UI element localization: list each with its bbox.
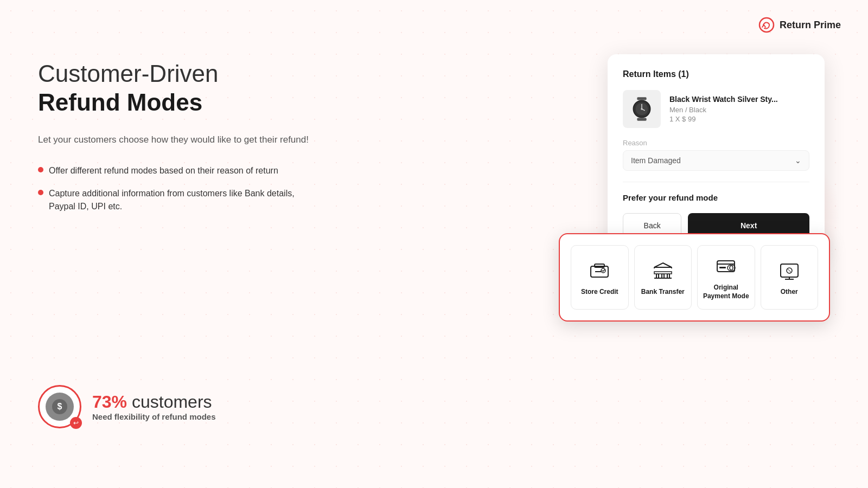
reason-label: Reason	[623, 139, 809, 147]
store-credit-label: Store Credit	[581, 288, 618, 297]
svg-point-0	[760, 18, 774, 32]
stats-sublabel: Need flexibility of refund modes	[92, 412, 216, 421]
svg-rect-15	[656, 274, 659, 278]
reason-value: Item Damaged	[631, 156, 681, 165]
reason-section: Reason Item Damaged ⌄	[623, 139, 809, 171]
svg-rect-4	[637, 118, 646, 120]
stats-customers-label: customers	[127, 392, 212, 412]
logo-icon	[758, 16, 775, 34]
svg-rect-16	[662, 274, 664, 278]
product-variant: Men / Black	[669, 106, 778, 114]
logo-text: Return Prime	[780, 20, 841, 31]
bullet-text-2: Capture additional information from cust…	[49, 187, 320, 213]
svg-point-9	[641, 108, 642, 110]
bullet-dot-2	[38, 190, 43, 195]
arrow-badge: ↩	[70, 417, 82, 429]
original-payment-label: Original Payment Mode	[702, 284, 750, 300]
return-card: Return Items (1) Black Wrist Watch Silve…	[608, 54, 825, 253]
dropdown-chevron-icon: ⌄	[795, 156, 801, 165]
card-divider	[623, 182, 809, 182]
dollar-icon: $	[51, 398, 68, 415]
reason-dropdown[interactable]: Item Damaged ⌄	[623, 150, 809, 171]
product-row: Black Wrist Watch Silver Sty... Men / Bl…	[623, 90, 809, 128]
product-image	[623, 90, 661, 128]
left-content: Customer-Driven Refund Modes Let your cu…	[38, 60, 320, 213]
bank-transfer-icon	[651, 259, 675, 282]
refund-mode-other[interactable]: Other	[761, 245, 819, 310]
right-area: Return Items (1) Black Wrist Watch Silve…	[608, 54, 825, 253]
refund-mode-store-credit[interactable]: Store Credit	[571, 245, 629, 310]
svg-line-31	[787, 268, 792, 273]
refund-mode-bank-transfer[interactable]: Bank Transfer	[634, 245, 692, 310]
refund-mode-card: Store Credit Bank Transfer	[559, 233, 830, 322]
bullet-item-2: Capture additional information from cust…	[38, 187, 320, 213]
return-items-title: Return Items (1)	[623, 69, 809, 79]
refund-mode-original-payment[interactable]: Original Payment Mode	[697, 245, 755, 310]
other-icon	[777, 259, 801, 282]
product-info: Black Wrist Watch Silver Sty... Men / Bl…	[669, 95, 778, 123]
stats-area: $ ↩ 73% customers Need flexibility of re…	[38, 385, 216, 428]
svg-text:$: $	[58, 402, 62, 411]
product-name: Black Wrist Watch Silver Sty...	[669, 95, 778, 104]
stats-text-area: 73% customers Need flexibility of refund…	[92, 392, 216, 421]
svg-rect-3	[637, 97, 646, 100]
heading-bold: Refund Modes	[38, 88, 320, 117]
stats-icon-inner: $	[46, 393, 74, 421]
original-payment-icon	[714, 254, 738, 278]
svg-rect-21	[654, 272, 672, 274]
bank-transfer-label: Bank Transfer	[641, 288, 685, 297]
svg-rect-24	[719, 267, 726, 268]
stats-icon-circle: $ ↩	[38, 385, 81, 428]
heading-light: Customer-Driven	[38, 60, 320, 88]
stats-line1: 73% customers	[92, 392, 216, 412]
store-credit-icon	[588, 259, 611, 282]
stats-percent: 73%	[92, 392, 127, 412]
bullet-item-1: Offer different refund modes based on th…	[38, 164, 320, 177]
watch-svg	[628, 95, 656, 123]
bullet-list: Offer different refund modes based on th…	[38, 164, 320, 213]
bullet-text-1: Offer different refund modes based on th…	[49, 164, 278, 177]
svg-rect-17	[667, 274, 669, 278]
svg-marker-14	[654, 263, 672, 267]
subtitle-text: Let your customers choose how they would…	[38, 132, 320, 147]
bullet-dot-1	[38, 167, 43, 172]
refund-modes-grid: Store Credit Bank Transfer	[571, 245, 818, 310]
logo-area: Return Prime	[758, 16, 841, 34]
prefer-title: Prefer your refund mode	[623, 193, 809, 202]
other-label: Other	[781, 288, 798, 297]
product-price: 1 X $ 99	[669, 115, 778, 123]
